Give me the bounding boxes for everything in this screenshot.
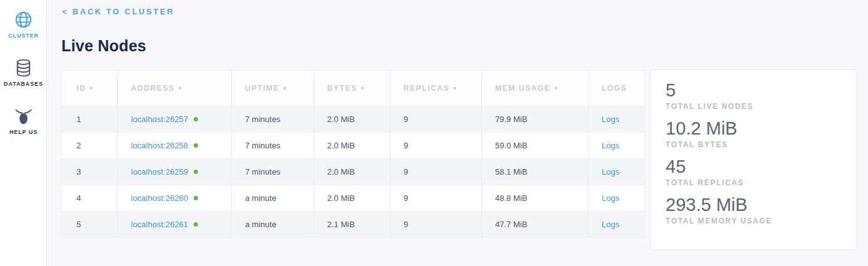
- node-mem-usage-cell: 59.0 MiB: [482, 133, 588, 159]
- stat-label: TOTAL MEMORY USAGE: [666, 217, 842, 225]
- column-header-label: MEM USAGE: [495, 84, 550, 93]
- node-replicas-cell: 9: [390, 185, 482, 212]
- stat-value: 5: [666, 79, 842, 101]
- page-title: Live Nodes: [61, 37, 146, 55]
- node-id-cell: 1: [61, 106, 118, 133]
- sort-arrow-icon: ▾: [90, 85, 93, 91]
- node-address-link[interactable]: localhost:26261: [131, 220, 188, 229]
- node-replicas-cell: 9: [390, 133, 482, 159]
- node-logs-link[interactable]: Logs: [602, 193, 619, 203]
- node-live-dot-icon: [194, 143, 198, 148]
- node-uptime-cell: 7 minutes: [232, 106, 314, 133]
- sidebar-item-label: CLUSTER: [8, 33, 39, 39]
- node-mem-usage-cell: 48.8 MiB: [482, 185, 588, 212]
- column-header-id[interactable]: ID▾: [61, 71, 118, 106]
- summary-panel: 5TOTAL LIVE NODES10.2 MiBTOTAL BYTES45TO…: [650, 69, 857, 250]
- node-replicas-cell: 9: [390, 212, 482, 238]
- node-replicas-cell: 9: [390, 159, 482, 185]
- node-logs-cell: Logs: [588, 159, 645, 185]
- node-logs-link[interactable]: Logs: [602, 141, 619, 150]
- node-bytes-cell: 2.0 MiB: [314, 185, 390, 212]
- column-header-label: REPLICAS: [404, 84, 449, 93]
- node-bytes-cell: 2.0 MiB: [314, 159, 390, 185]
- table-row: 1localhost:262577 minutes2.0 MiB979.9 Mi…: [61, 106, 645, 133]
- column-header-label: BYTES: [327, 84, 357, 93]
- table-row: 4localhost:26260a minute2.0 MiB948.8 MiB…: [61, 185, 645, 212]
- summary-stat-total-memory-usage: 293.5 MiBTOTAL MEMORY USAGE: [666, 194, 842, 225]
- sidebar-item-cluster[interactable]: CLUSTER: [0, 10, 47, 39]
- cockroach-icon: [14, 106, 33, 126]
- node-live-dot-icon: [194, 222, 198, 227]
- column-header-mem-usage[interactable]: MEM USAGE▾: [482, 71, 588, 106]
- column-header-label: LOGS: [602, 84, 627, 93]
- node-uptime-cell: 7 minutes: [232, 159, 314, 185]
- table-row: 5localhost:26261a minute2.1 MiB947.7 MiB…: [61, 212, 645, 238]
- summary-stat-total-replicas: 45TOTAL REPLICAS: [666, 156, 842, 187]
- node-live-dot-icon: [194, 170, 198, 174]
- node-uptime-cell: a minute: [232, 185, 314, 212]
- column-header-logs: LOGS: [588, 71, 645, 106]
- node-uptime-cell: a minute: [232, 212, 314, 238]
- node-logs-link[interactable]: Logs: [602, 167, 619, 176]
- node-id-cell: 3: [61, 159, 118, 185]
- table-row: 2localhost:262587 minutes2.0 MiB959.0 Mi…: [61, 133, 645, 159]
- sort-arrow-icon: ▾: [453, 85, 457, 91]
- stat-label: TOTAL BYTES: [666, 140, 842, 149]
- node-live-dot-icon: [194, 117, 198, 121]
- node-bytes-cell: 2.1 MiB: [314, 212, 390, 238]
- node-logs-cell: Logs: [588, 106, 645, 133]
- stat-value: 293.5 MiB: [666, 194, 842, 215]
- node-address-cell: localhost:26261: [118, 212, 232, 238]
- node-mem-usage-cell: 47.7 MiB: [482, 212, 588, 238]
- sidebar: CLUSTERDATABASESHELP US: [0, 0, 47, 266]
- node-address-cell: localhost:26259: [118, 159, 232, 185]
- sort-arrow-icon: ▾: [179, 85, 182, 91]
- node-id-cell: 5: [61, 212, 118, 238]
- node-logs-cell: Logs: [588, 133, 645, 159]
- column-header-address[interactable]: ADDRESS▾: [118, 71, 232, 106]
- node-logs-link[interactable]: Logs: [602, 115, 619, 124]
- sort-arrow-icon: ▾: [554, 85, 558, 91]
- stat-value: 10.2 MiB: [666, 118, 842, 139]
- sort-arrow-icon: ▾: [361, 85, 365, 91]
- node-address-cell: localhost:26257: [118, 106, 232, 133]
- back-to-cluster-link[interactable]: < BACK TO CLUSTER: [62, 7, 174, 16]
- node-bytes-cell: 2.0 MiB: [314, 106, 390, 133]
- node-address-cell: localhost:26258: [118, 133, 232, 159]
- node-logs-cell: Logs: [588, 185, 645, 212]
- sidebar-item-databases[interactable]: DATABASES: [0, 58, 47, 87]
- live-nodes-table: ID▾ADDRESS▾UPTIME▾BYTES▾REPLICAS▾MEM USA…: [61, 70, 644, 238]
- node-address-link[interactable]: localhost:26257: [131, 115, 188, 124]
- summary-stat-total-live-nodes: 5TOTAL LIVE NODES: [666, 79, 842, 111]
- table-body: 1localhost:262577 minutes2.0 MiB979.9 Mi…: [61, 106, 645, 238]
- node-bytes-cell: 2.0 MiB: [314, 133, 390, 159]
- node-logs-link[interactable]: Logs: [602, 220, 619, 229]
- column-header-label: ID: [76, 84, 86, 93]
- sort-arrow-icon: ▾: [283, 85, 287, 91]
- column-header-label: ADDRESS: [131, 84, 175, 93]
- node-id-cell: 4: [61, 185, 118, 212]
- column-header-replicas[interactable]: REPLICAS▾: [390, 71, 482, 106]
- sidebar-item-label: HELP US: [9, 129, 38, 135]
- stat-value: 45: [666, 156, 842, 177]
- globe-icon: [14, 10, 33, 29]
- table-row: 3localhost:262597 minutes2.0 MiB958.1 Mi…: [61, 159, 645, 185]
- stat-label: TOTAL LIVE NODES: [666, 102, 842, 111]
- column-header-bytes[interactable]: BYTES▾: [314, 71, 390, 106]
- node-address-link[interactable]: localhost:26259: [131, 167, 188, 176]
- sidebar-item-help-us[interactable]: HELP US: [0, 106, 47, 135]
- stat-label: TOTAL REPLICAS: [666, 178, 842, 187]
- node-replicas-cell: 9: [390, 106, 482, 133]
- column-header-label: UPTIME: [245, 84, 280, 93]
- database-icon: [14, 58, 33, 78]
- node-logs-cell: Logs: [588, 212, 645, 238]
- sidebar-item-label: DATABASES: [4, 81, 43, 87]
- node-address-link[interactable]: localhost:26258: [131, 141, 188, 150]
- node-address-cell: localhost:26260: [118, 185, 232, 212]
- node-live-dot-icon: [194, 196, 198, 200]
- node-uptime-cell: 7 minutes: [232, 133, 314, 159]
- table-header-row: ID▾ADDRESS▾UPTIME▾BYTES▾REPLICAS▾MEM USA…: [61, 71, 645, 106]
- node-address-link[interactable]: localhost:26260: [131, 193, 188, 203]
- summary-stat-total-bytes: 10.2 MiBTOTAL BYTES: [666, 118, 842, 149]
- column-header-uptime[interactable]: UPTIME▾: [232, 71, 314, 106]
